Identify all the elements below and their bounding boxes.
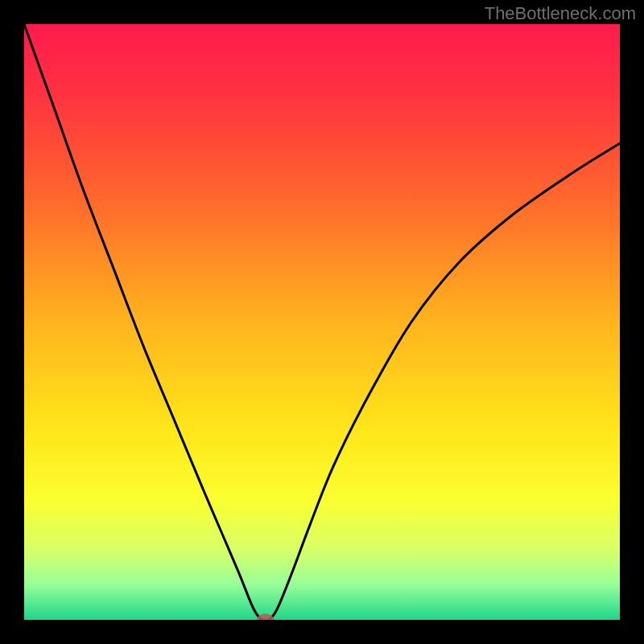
bottleneck-chart (24, 24, 620, 620)
plot-area (24, 24, 620, 620)
chart-frame: TheBottleneck.com (0, 0, 644, 644)
watermark-text: TheBottleneck.com (485, 3, 636, 24)
gradient-background (24, 24, 620, 620)
